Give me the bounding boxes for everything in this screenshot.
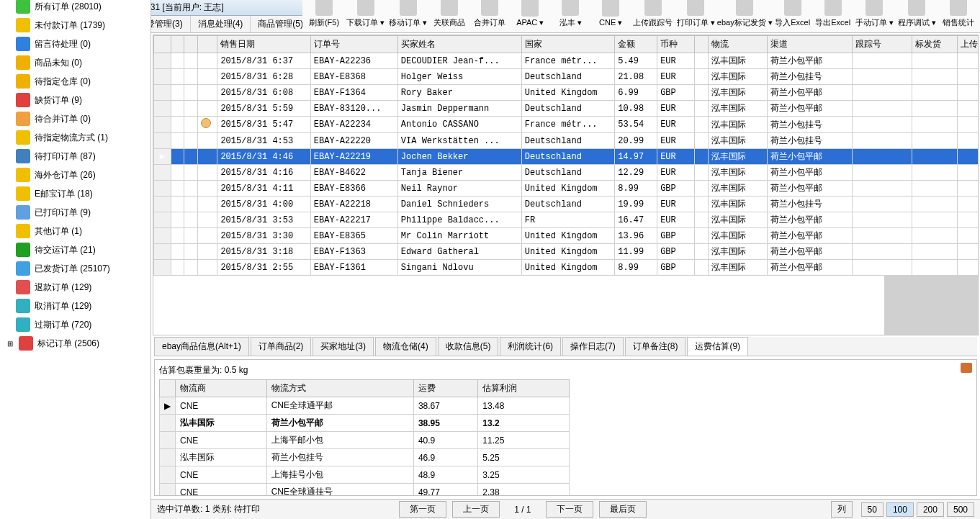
sidebar-item-7[interactable]: 待指定物流方式 (1) (0, 128, 150, 147)
grid-header[interactable] (198, 36, 217, 53)
toolbar-btn-10[interactable]: ebay标记发货 ▾ (720, 0, 770, 30)
grid-row[interactable]: 2015/8/31 4:00EBAY-A22218Daniel Schniede… (154, 197, 979, 212)
detail-tab-0[interactable]: ebay商品信息(Alt+1) (154, 337, 249, 356)
grid-row[interactable]: 2015/8/31 6:37EBAY-A22236DECOUDIER Jean-… (154, 53, 979, 69)
grid-row[interactable]: 2015/8/31 5:59EBAY-83120...Jasmin Depper… (154, 101, 979, 117)
grid-header[interactable]: 跟踪号 (853, 36, 912, 53)
sidebar-item-14[interactable]: 已发货订单 (25107) (0, 259, 150, 278)
ship-header[interactable]: 物流方式 (266, 380, 413, 397)
toolbar-btn-14[interactable]: 程序调试 ▾ (899, 0, 935, 30)
ship-row[interactable]: CNE上海挂号小包48.93.25 (160, 466, 570, 484)
toolbar-btn-15[interactable]: 销售统计 (941, 0, 976, 30)
grid-row[interactable]: 2015/8/31 2:55EBAY-F1361Singani NdlovuUn… (154, 260, 979, 276)
sidebar-item-3[interactable]: 商品未知 (0) (0, 53, 150, 72)
detail-tab-4[interactable]: 收款信息(5) (438, 337, 499, 356)
grid-row[interactable]: 2015/8/31 4:16EBAY-B4622Tanja BienerDeut… (154, 165, 979, 181)
sidebar-item-6[interactable]: 待合并订单 (0) (0, 109, 150, 128)
grid-row[interactable]: 2015/8/31 6:08EBAY-F1364Rory BakerUnited… (154, 85, 979, 101)
pagesize-500[interactable]: 500 (947, 502, 974, 517)
ship-header[interactable]: 估算利润 (478, 380, 570, 397)
ship-row[interactable]: ▶CNECNE全球通平邮38.6713.48 (160, 397, 570, 415)
detail-tab-2[interactable]: 买家地址(3) (313, 337, 374, 356)
detail-tab-3[interactable]: 物流仓储(4) (375, 337, 436, 356)
list-button[interactable]: 列 (831, 501, 853, 518)
grid-row[interactable]: 2015/8/31 3:30EBAY-E8365Mr Colin Marriot… (154, 228, 979, 244)
grid-header[interactable]: 币种 (657, 36, 695, 53)
toolbar-icon (357, 0, 374, 16)
grid-header[interactable] (695, 36, 709, 53)
tree-toggle-icon[interactable]: ⊞ (6, 340, 14, 348)
grid-header[interactable]: 买家姓名 (397, 36, 521, 53)
detail-tab-6[interactable]: 操作日志(7) (562, 337, 624, 356)
grid-header[interactable] (154, 36, 171, 53)
grid-header[interactable]: 国家 (521, 36, 614, 53)
grid-row[interactable]: 2015/8/31 3:53EBAY-A22217Philippe Baldac… (154, 212, 979, 228)
sidebar-item-1[interactable]: 未付款订单 (1739) (0, 16, 150, 35)
sidebar-item-8[interactable]: 待打印订单 (87) (0, 147, 150, 166)
toolbar-btn-5[interactable]: APAC ▾ (513, 0, 547, 29)
sidebar-item-2[interactable]: 留言待处理 (0) (0, 35, 150, 53)
toolbar-btn-7[interactable]: CNE ▾ (593, 0, 628, 29)
detail-tab-1[interactable]: 订单商品(2) (251, 337, 312, 356)
grid-header[interactable]: 渠道 (768, 36, 853, 53)
sidebar-item-15[interactable]: 退款订单 (129) (0, 278, 150, 297)
grid-row[interactable]: 2015/8/31 6:28EBAY-E8368Holger WeissDeut… (154, 69, 979, 85)
sidebar-item-10[interactable]: E邮宝订单 (18) (0, 184, 150, 203)
toolbar-btn-0[interactable]: 刷新(F5) (307, 0, 341, 30)
toolbar-btn-4[interactable]: 合并订单 (472, 0, 507, 30)
prev-page-button[interactable]: 上一页 (452, 501, 500, 518)
first-page-button[interactable]: 第一页 (399, 501, 446, 518)
sidebar-item-18[interactable]: ⊞标记订单 (2506) (0, 334, 150, 353)
order-grid[interactable]: 销售日期订单号买家姓名国家金额币种物流渠道跟踪号标发货上传单号2015/8/31… (153, 35, 979, 335)
ship-row[interactable]: CNECNE全球通挂号49.772.38 (160, 484, 570, 497)
grid-row[interactable]: 2015/8/31 4:53EBAY-A22220VIA Werkstätten… (154, 133, 979, 149)
detail-tab-7[interactable]: 订单备注(8) (625, 337, 686, 356)
sidebar-item-9[interactable]: 海外仓订单 (26) (0, 166, 150, 184)
toolbar-btn-2[interactable]: 移动订单 ▾ (390, 0, 426, 30)
sidebar-item-16[interactable]: 取消订单 (129) (0, 297, 150, 315)
toolbar-btn-13[interactable]: 手动订单 ▾ (856, 0, 893, 30)
sidebar-item-13[interactable]: 待交运订单 (21) (0, 240, 150, 259)
ship-row[interactable]: 泓丰国际荷兰小包平邮38.9513.2 (160, 415, 570, 432)
sidebar-item-12[interactable]: 其他订单 (1) (0, 222, 150, 240)
ship-row[interactable]: CNE上海平邮小包40.911.25 (160, 432, 570, 449)
pagesize-50[interactable]: 50 (861, 502, 884, 517)
grid-header[interactable] (171, 36, 184, 53)
sidebar-icon (16, 112, 30, 126)
detail-tab-8[interactable]: 运费估算(9) (687, 337, 748, 356)
next-page-button[interactable]: 下一页 (546, 501, 593, 518)
grid-header[interactable]: 订单号 (310, 36, 397, 53)
toolbar-btn-3[interactable]: 关联商品 (432, 0, 467, 30)
grid-header[interactable]: 销售日期 (217, 36, 310, 53)
toolbar-btn-8[interactable]: 上传跟踪号 (634, 0, 672, 30)
grid-row[interactable]: 2015/8/31 3:18EBAY-F1363Edward GatheralU… (154, 244, 979, 260)
sidebar-item-4[interactable]: 待指定仓库 (0) (0, 72, 150, 91)
shipping-table[interactable]: 物流商物流方式运费估算利润▶CNECNE全球通平邮38.6713.48泓丰国际荷… (159, 379, 570, 496)
detail-tab-5[interactable]: 利润统计(6) (500, 337, 561, 356)
toolbar-btn-6[interactable]: 泓丰 ▾ (553, 0, 588, 30)
grid-header[interactable]: 物流 (708, 36, 768, 53)
toolbar-btn-1[interactable]: 下载订单 ▾ (347, 0, 384, 30)
pagesize-200[interactable]: 200 (917, 502, 944, 517)
toolbar-btn-11[interactable]: 导入Excel (776, 0, 810, 30)
book-icon[interactable] (961, 363, 972, 373)
ship-header[interactable]: 运费 (413, 380, 477, 397)
ship-row[interactable]: 泓丰国际荷兰小包挂号46.95.25 (160, 449, 570, 466)
pagesize-100[interactable]: 100 (886, 502, 914, 517)
grid-header[interactable]: 上传单号 (958, 36, 979, 53)
toolbar-btn-12[interactable]: 导出Excel (816, 0, 850, 30)
sidebar-label: 缺货订单 (9) (35, 94, 82, 107)
sidebar-item-17[interactable]: 过期订单 (720) (0, 315, 150, 334)
grid-header[interactable]: 金额 (615, 36, 657, 53)
toolbar-btn-9[interactable]: 打印订单 ▾ (678, 0, 714, 30)
sidebar-item-11[interactable]: 已打印订单 (9) (0, 203, 150, 222)
grid-row[interactable]: 2015/8/31 5:47EBAY-A22234Antonio CASSANO… (154, 117, 979, 133)
ship-header[interactable]: 物流商 (176, 380, 267, 397)
sidebar-item-0[interactable]: 所有订单 (28010) (0, 0, 150, 16)
grid-row[interactable]: 2015/8/31 4:11EBAY-E8366Neil RaynorUnite… (154, 181, 979, 197)
last-page-button[interactable]: 最后页 (599, 501, 647, 518)
sidebar-item-5[interactable]: 缺货订单 (9) (0, 91, 150, 109)
grid-header[interactable] (184, 36, 198, 53)
grid-row[interactable]: ▶2015/8/31 4:46EBAY-A22219Jochen BekkerD… (154, 149, 979, 165)
grid-header[interactable]: 标发货 (912, 36, 958, 53)
